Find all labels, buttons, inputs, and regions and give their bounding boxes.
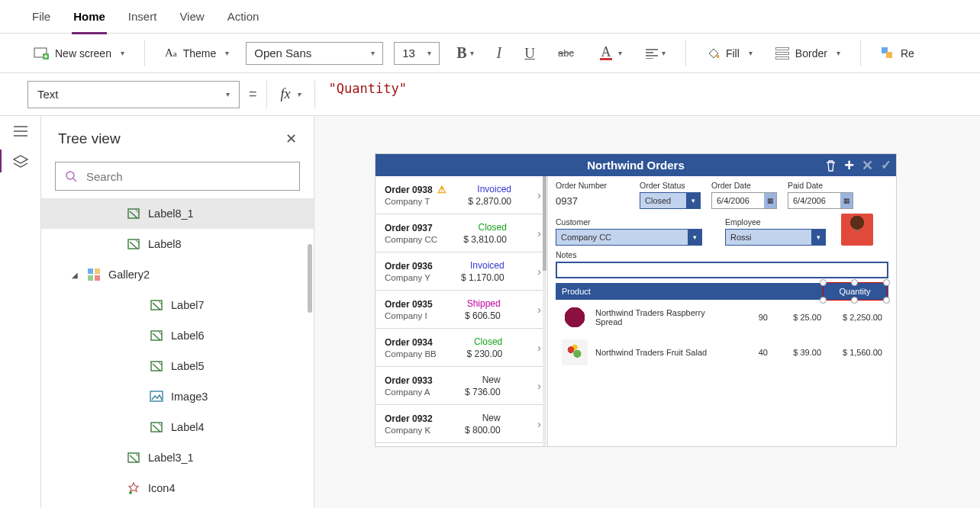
tree-item-label: Gallery2 [108, 268, 150, 281]
order-row[interactable]: Order 0932Company KNew$ 800.00› [376, 405, 547, 443]
tree-item-gallery2[interactable]: ◢Gallery2 [41, 259, 314, 290]
chevron-down-icon: ▾ [121, 49, 124, 57]
theme-button[interactable]: Aa Theme ▾ [159, 42, 235, 64]
chevron-down-icon: ▾ [427, 49, 431, 57]
close-panel-button[interactable]: ✕ [285, 130, 297, 147]
reorder-button[interactable]: Re [875, 42, 920, 65]
chevron-down-icon: ▾ [811, 230, 825, 245]
menu-home[interactable]: Home [72, 5, 107, 27]
order-row[interactable]: Order 0933Company ANew$ 736.00› [376, 367, 547, 405]
order-name: Order 0935 [385, 299, 433, 310]
svg-rect-4 [886, 52, 892, 58]
tree-view-tab[interactable] [12, 154, 29, 169]
tree-item-label6[interactable]: Label6 [41, 320, 314, 351]
value-paid-date: 6/4/2006 [793, 196, 826, 205]
orders-gallery[interactable]: Order 0938 ⚠Company TInvoiced$ 2,870.00›… [376, 176, 548, 446]
menu-action[interactable]: Action [226, 5, 261, 27]
font-color-button[interactable]: A▾ [591, 42, 628, 65]
quantity-label-selected[interactable]: Quantity [827, 287, 882, 296]
chevron-down-icon: ▾ [225, 49, 229, 57]
product-price: $ 39.00 [775, 348, 821, 357]
label-icon [150, 420, 163, 434]
tree-item-label5[interactable]: Label5 [41, 351, 314, 381]
product-total: $ 2,250.00 [829, 313, 882, 322]
chevron-down-icon: ▾ [749, 49, 753, 57]
notes-input[interactable] [556, 262, 888, 278]
bold-button[interactable]: B▾ [450, 41, 479, 65]
calendar-icon: ▦ [764, 193, 776, 208]
border-button[interactable]: Border ▾ [769, 43, 846, 64]
order-row[interactable]: Order 0934Company BBClosed$ 230.00› [376, 329, 547, 367]
svg-rect-9 [95, 268, 100, 274]
tree-item-label8[interactable]: Label8 [41, 229, 314, 259]
label-icon [150, 298, 163, 312]
svg-rect-16 [151, 423, 162, 432]
customer-select[interactable]: Company CC ▾ [556, 229, 702, 246]
tree-item-label7[interactable]: Label7 [41, 290, 314, 320]
menu-insert[interactable]: Insert [127, 5, 159, 27]
tree-item-label4[interactable]: Label4 [41, 412, 314, 442]
employee-select[interactable]: Rossi ▾ [725, 229, 826, 246]
font-family-value: Open Sans [254, 47, 311, 59]
tree-item-image3[interactable]: Image3 [41, 381, 314, 412]
align-icon [645, 48, 659, 59]
label-icon [127, 207, 140, 220]
chevron-down-icon: ▾ [686, 193, 700, 208]
delete-icon[interactable] [825, 159, 837, 172]
chevron-right-icon: › [537, 265, 541, 278]
tree-item-label3_1[interactable]: Label3_1 [41, 442, 314, 473]
font-size-select[interactable]: 13 ▾ [394, 42, 440, 65]
cancel-icon[interactable]: ✕ [862, 157, 873, 174]
tree-list[interactable]: Label8_1Label8◢Gallery2Label7Label6Label… [41, 198, 314, 508]
tree-item-icon4[interactable]: Icon4 [41, 473, 314, 503]
svg-rect-10 [88, 275, 93, 281]
order-row[interactable]: Order 0937Company CCClosed$ 3,810.00› [376, 214, 547, 252]
new-screen-button[interactable]: New screen ▾ [27, 43, 131, 64]
underline-button[interactable]: U [518, 42, 541, 65]
label-order-number: Order Number [556, 181, 629, 190]
product-row[interactable]: Northwind Traders Raspberry Spread90$ 25… [556, 300, 888, 335]
formula-bar: Text ▾ = fx ▾ "Quantity" [0, 73, 980, 116]
formula-input[interactable]: "Quantity" [324, 81, 953, 108]
font-family-select[interactable]: Open Sans ▾ [246, 42, 383, 65]
paid-date-picker[interactable]: 6/4/2006 ▦ [788, 192, 853, 209]
order-amount: $ 800.00 [465, 425, 501, 436]
label-icon [150, 359, 163, 373]
tree-search[interactable] [55, 162, 300, 191]
collapse-panel-button[interactable] [13, 125, 28, 137]
order-name: Order 0938 ⚠ [385, 184, 446, 195]
chevron-right-icon: › [537, 188, 541, 201]
product-row[interactable]: Northwind Traders Fruit Salad40$ 39.00$ … [556, 335, 888, 370]
reorder-label: Re [901, 47, 914, 59]
svg-rect-6 [128, 209, 139, 218]
order-status-select[interactable]: Closed ▾ [640, 192, 701, 209]
menu-file[interactable]: File [31, 5, 52, 27]
chevron-down-icon: ▾ [226, 90, 230, 98]
order-row[interactable]: Order 0936Company YInvoiced$ 1,170.00› [376, 252, 547, 291]
chevron-down-icon: ▾ [371, 49, 375, 57]
scrollbar-thumb[interactable] [308, 244, 312, 313]
align-button[interactable]: ▾ [639, 45, 672, 62]
fx-button[interactable]: fx ▾ [276, 86, 305, 102]
chevron-down-icon: ▾ [297, 90, 301, 98]
order-date-picker[interactable]: 6/4/2006 ▦ [711, 192, 777, 209]
strikethrough-button[interactable]: abc [552, 44, 580, 62]
property-select[interactable]: Text ▾ [27, 81, 240, 108]
gallery-scrollbar[interactable] [543, 176, 546, 446]
label-paid-date: Paid Date [788, 181, 853, 190]
menu-view[interactable]: View [178, 5, 205, 27]
italic-button[interactable]: I [491, 41, 508, 65]
calendar-icon: ▦ [840, 193, 853, 208]
tree-search-input[interactable] [85, 169, 290, 184]
design-canvas[interactable]: Northwind Orders + ✕ ✓ Order 0938 ⚠Compa… [314, 116, 980, 508]
order-row[interactable]: Order 0935Company IShipped$ 606.50› [376, 291, 547, 329]
tree-item-label: Label8_1 [148, 207, 194, 220]
tree-item-label8_1[interactable]: Label8_1 [41, 198, 314, 229]
add-icon[interactable]: + [844, 160, 854, 171]
fill-button[interactable]: Fill ▾ [700, 42, 759, 65]
order-row[interactable]: Order 0938 ⚠Company TInvoiced$ 2,870.00› [376, 176, 547, 214]
value-employee: Rossi [730, 233, 752, 242]
chevron-down-icon: ▾ [837, 49, 840, 57]
order-status: Closed [474, 336, 502, 347]
confirm-icon[interactable]: ✓ [881, 157, 891, 173]
